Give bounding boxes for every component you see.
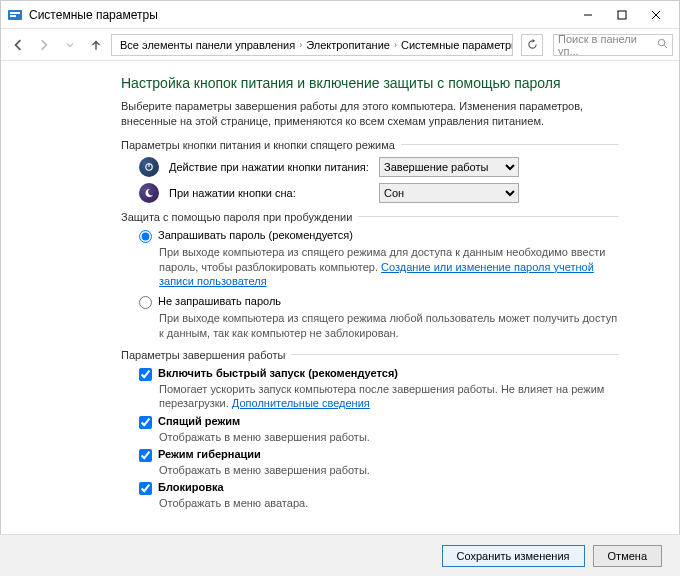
search-input[interactable]: Поиск в панели уп... <box>553 34 673 56</box>
section-power-buttons-title: Параметры кнопки питания и кнопки спящег… <box>121 139 619 151</box>
svg-point-9 <box>658 39 664 45</box>
checkbox-sleep-desc: Отображать в меню завершения работы. <box>159 430 619 444</box>
recent-locations-dropdown[interactable] <box>59 34 81 56</box>
title-bar: Системные параметры <box>1 1 679 29</box>
checkbox-sleep: Спящий режим Отображать в меню завершени… <box>139 415 619 444</box>
breadcrumb-segment[interactable]: Все элементы панели управления <box>120 39 295 51</box>
sleep-button-row: При нажатии кнопки сна: Сон <box>139 183 619 203</box>
power-icon <box>139 157 159 177</box>
close-button[interactable] <box>639 4 673 26</box>
checkbox-fast-startup-input[interactable] <box>139 368 152 381</box>
moon-icon <box>139 183 159 203</box>
window-title: Системные параметры <box>29 8 158 22</box>
checkbox-sleep-input[interactable] <box>139 416 152 429</box>
radio-no-password-label: Не запрашивать пароль <box>158 295 281 307</box>
power-button-label: Действие при нажатии кнопки питания: <box>169 161 379 173</box>
refresh-button[interactable] <box>521 34 543 56</box>
power-button-row: Действие при нажатии кнопки питания: Зав… <box>139 157 619 177</box>
svg-rect-4 <box>618 11 626 19</box>
checkbox-fast-startup: Включить быстрый запуск (рекомендуется) … <box>139 367 619 411</box>
save-button[interactable]: Сохранить изменения <box>442 545 585 567</box>
content-area: Настройка кнопок питания и включение защ… <box>1 61 679 533</box>
page-intro: Выберите параметры завершения работы для… <box>121 99 619 129</box>
page-heading: Настройка кнопок питания и включение защ… <box>121 75 619 91</box>
checkbox-hibernate-desc: Отображать в меню завершения работы. <box>159 463 619 477</box>
section-password-title: Защита с помощью пароля при пробуждении <box>121 211 619 223</box>
learn-more-link[interactable]: Дополнительные сведения <box>232 397 370 409</box>
radio-no-password-input[interactable] <box>139 296 152 309</box>
chevron-right-icon: › <box>394 40 397 50</box>
section-shutdown-title: Параметры завершения работы <box>121 349 619 361</box>
radio-require-password-label: Запрашивать пароль (рекомендуется) <box>158 229 353 241</box>
minimize-button[interactable] <box>571 4 605 26</box>
breadcrumb-segment[interactable]: Электропитание <box>306 39 390 51</box>
breadcrumb-segment[interactable]: Системные параметры <box>401 39 513 51</box>
svg-rect-2 <box>10 15 16 17</box>
checkbox-hibernate-label: Режим гибернации <box>158 448 261 460</box>
svg-rect-1 <box>10 12 20 14</box>
radio-no-password: Не запрашивать пароль При выходе компьют… <box>139 295 619 341</box>
sleep-button-label: При нажатии кнопки сна: <box>169 187 379 199</box>
sleep-button-action-select[interactable]: Сон <box>379 183 519 203</box>
checkbox-lock: Блокировка Отображать в меню аватара. <box>139 481 619 510</box>
checkbox-hibernate: Режим гибернации Отображать в меню завер… <box>139 448 619 477</box>
radio-no-password-desc: При выходе компьютера из спящего режима … <box>159 311 619 341</box>
svg-line-10 <box>664 45 667 48</box>
back-button[interactable] <box>7 34 29 56</box>
search-icon <box>657 38 668 51</box>
search-placeholder: Поиск в панели уп... <box>558 34 657 56</box>
radio-require-password: Запрашивать пароль (рекомендуется) При в… <box>139 229 619 290</box>
address-bar[interactable]: Все элементы панели управления › Электро… <box>111 34 513 56</box>
checkbox-sleep-label: Спящий режим <box>158 415 240 427</box>
radio-require-password-input[interactable] <box>139 230 152 243</box>
checkbox-lock-label: Блокировка <box>158 481 224 493</box>
chevron-right-icon: › <box>299 40 302 50</box>
checkbox-lock-input[interactable] <box>139 482 152 495</box>
control-panel-icon <box>7 7 23 23</box>
radio-require-password-desc: При выходе компьютера из спящего режима … <box>159 245 619 290</box>
nav-bar: Все элементы панели управления › Электро… <box>1 29 679 61</box>
maximize-button[interactable] <box>605 4 639 26</box>
checkbox-hibernate-input[interactable] <box>139 449 152 462</box>
power-button-action-select[interactable]: Завершение работы <box>379 157 519 177</box>
checkbox-fast-startup-desc: Помогает ускорить запуск компьютера посл… <box>159 382 619 411</box>
checkbox-fast-startup-label: Включить быстрый запуск (рекомендуется) <box>158 367 398 379</box>
checkbox-lock-desc: Отображать в меню аватара. <box>159 496 619 510</box>
cancel-button[interactable]: Отмена <box>593 545 662 567</box>
up-button[interactable] <box>85 34 107 56</box>
forward-button[interactable] <box>33 34 55 56</box>
footer-bar: Сохранить изменения Отмена <box>0 534 680 576</box>
